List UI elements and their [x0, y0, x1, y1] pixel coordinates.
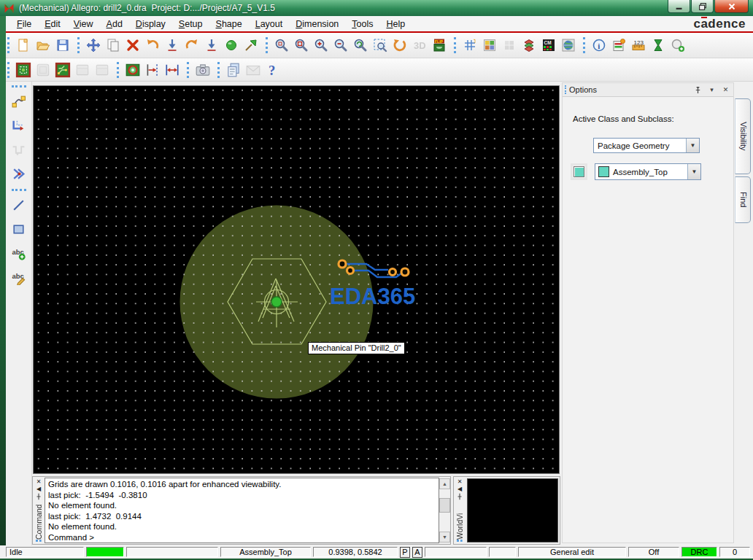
- subclass-dropdown[interactable]: Assembly_Top ▼: [595, 163, 701, 180]
- menu-layout[interactable]: Layout: [249, 18, 290, 31]
- toolbar-grip[interactable]: [7, 37, 9, 53]
- scrollbar-thumb[interactable]: [439, 498, 450, 513]
- highlight-button[interactable]: [221, 36, 241, 55]
- zoom-previous-button[interactable]: [350, 36, 370, 55]
- pushpin-icon[interactable]: [455, 493, 464, 502]
- toolbar-grip[interactable]: [12, 189, 26, 191]
- snapshot-button[interactable]: [193, 60, 212, 79]
- show-element-button[interactable]: i: [589, 36, 609, 55]
- class-dropdown[interactable]: Package Geometry ▼: [593, 138, 700, 153]
- add-text-button[interactable]: abc: [8, 241, 30, 265]
- open-drawing-button[interactable]: [33, 36, 53, 55]
- toolbar-grip[interactable]: [187, 62, 189, 78]
- panel-close-button[interactable]: ✕: [34, 478, 43, 486]
- panel-collapse-button[interactable]: ◀: [455, 486, 464, 493]
- scroll-down-icon[interactable]: ▼: [439, 532, 450, 542]
- subclass-color-swatch[interactable]: [574, 166, 584, 177]
- menu-edit[interactable]: Edit: [38, 18, 67, 31]
- add-line-button[interactable]: [8, 193, 30, 217]
- chevron-down-icon[interactable]: ▼: [687, 164, 700, 179]
- command-scrollbar[interactable]: ▲ ▼: [439, 477, 450, 544]
- show-status-button[interactable]: [609, 36, 628, 55]
- pin-button[interactable]: [692, 84, 704, 96]
- menu-help[interactable]: Help: [379, 18, 412, 31]
- dimension-distance-button[interactable]: [162, 60, 182, 79]
- slide-button[interactable]: [8, 114, 30, 137]
- drill-center-pad[interactable]: [271, 297, 282, 307]
- chevron-down-icon[interactable]: ▼: [686, 139, 699, 152]
- add-connect-button[interactable]: [8, 90, 30, 113]
- menu-dimension[interactable]: Dimension: [289, 18, 345, 31]
- toolbar-grip[interactable]: [266, 37, 268, 53]
- vertex-button[interactable]: [8, 162, 30, 185]
- grid-toggle-button[interactable]: [460, 36, 479, 55]
- waive-drc-button[interactable]: [648, 36, 668, 55]
- menu-shape[interactable]: Shape: [209, 18, 249, 31]
- worldview-viewport[interactable]: [467, 478, 558, 542]
- redraw-button[interactable]: [390, 36, 409, 55]
- fix-button[interactable]: [241, 36, 260, 55]
- add-rectangle-button[interactable]: [8, 217, 30, 241]
- world-view-toggle-button[interactable]: [558, 36, 578, 55]
- toolbar-grip[interactable]: [12, 85, 26, 88]
- toolbar-grip[interactable]: [217, 62, 220, 78]
- move-button[interactable]: [83, 36, 103, 55]
- zoom-out-button[interactable]: [331, 36, 350, 55]
- select-shape-button[interactable]: [13, 60, 33, 79]
- toolbar-grip[interactable]: [454, 37, 456, 53]
- journal-button[interactable]: [223, 60, 243, 79]
- toolbar-grip[interactable]: [7, 62, 9, 78]
- copy-button[interactable]: [103, 36, 123, 55]
- save-drawing-button[interactable]: [53, 36, 72, 55]
- restore-button[interactable]: [691, 0, 714, 13]
- menu-tools[interactable]: Tools: [345, 18, 379, 31]
- done-button[interactable]: [201, 36, 221, 55]
- redo-button[interactable]: [182, 36, 201, 55]
- route-display-button[interactable]: [53, 60, 72, 79]
- tab-visibility[interactable]: Visibility: [735, 98, 751, 174]
- panel-close-button[interactable]: ✕: [455, 478, 464, 486]
- color-matrix-button[interactable]: CM: [538, 36, 558, 55]
- toolbar-grip[interactable]: [117, 62, 119, 78]
- minimize-button[interactable]: [668, 0, 690, 13]
- edit-text-button[interactable]: abc: [8, 265, 30, 289]
- dimension-linear-button[interactable]: [142, 60, 162, 79]
- snap-pick-button[interactable]: [668, 36, 687, 55]
- scroll-up-icon[interactable]: ▲: [439, 478, 450, 489]
- command-prompt[interactable]: Command >: [48, 532, 436, 543]
- toolbar-grip[interactable]: [77, 37, 80, 53]
- pick-angle-a[interactable]: A: [412, 547, 422, 558]
- padstack-button[interactable]: [123, 60, 142, 79]
- delete-button[interactable]: [123, 36, 142, 55]
- collapse-button[interactable]: ▾: [706, 84, 718, 96]
- menu-add[interactable]: Add: [100, 18, 129, 31]
- shadow-icon: [502, 38, 517, 52]
- menu-display[interactable]: Display: [129, 18, 172, 31]
- design-canvas[interactable]: EDA365 Mechanical Pin "Drill2_0": [33, 85, 560, 474]
- panel-collapse-button[interactable]: ◀: [34, 486, 43, 493]
- pick-grid-p[interactable]: P: [400, 547, 410, 558]
- panel-close-button[interactable]: ✕: [719, 84, 732, 96]
- panel-drag-handle[interactable]: [565, 85, 566, 94]
- cancel-button[interactable]: [162, 36, 182, 55]
- undo-button[interactable]: [142, 36, 162, 55]
- menu-setup[interactable]: Setup: [172, 18, 209, 31]
- options-panel-header[interactable]: Options ▾ ✕: [563, 83, 733, 97]
- zoom-selection-button[interactable]: [370, 36, 390, 55]
- zoom-in-button[interactable]: [311, 36, 331, 55]
- show-measure-button[interactable]: 123: [628, 36, 648, 55]
- pushpin-icon[interactable]: [34, 493, 43, 502]
- layer-priority-button[interactable]: [519, 36, 538, 55]
- new-drawing-button[interactable]: [13, 36, 33, 55]
- menu-file[interactable]: File: [10, 18, 38, 31]
- command-log[interactable]: Grids are drawn 0.1016, 0.1016 apart for…: [45, 478, 439, 543]
- toolbar-grip[interactable]: [583, 37, 585, 53]
- flip-design-button[interactable]: FLIP: [429, 36, 449, 55]
- color-dialog-button[interactable]: [479, 36, 499, 55]
- help-button[interactable]: ?: [263, 60, 282, 79]
- menu-view[interactable]: View: [67, 18, 100, 31]
- tab-find[interactable]: Find: [735, 176, 751, 223]
- zoom-fit-button[interactable]: [291, 36, 311, 55]
- zoom-points-button[interactable]: [271, 36, 291, 55]
- close-button[interactable]: [714, 0, 749, 13]
